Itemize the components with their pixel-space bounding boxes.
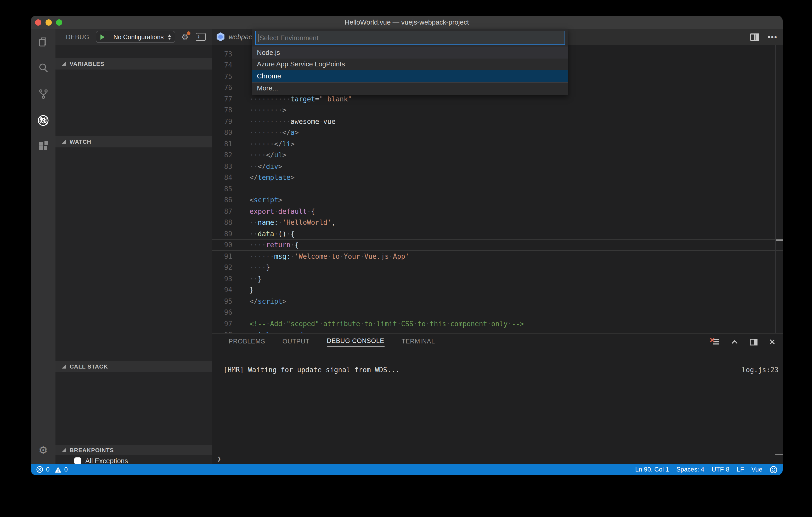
- line-number: 78: [212, 104, 232, 116]
- line-number: 84: [212, 172, 232, 183]
- settings-gear-icon[interactable]: ⚙: [31, 444, 55, 456]
- configure-gear-button[interactable]: ⚙: [181, 33, 188, 41]
- call-stack-section-header[interactable]: CALL STACK: [55, 361, 212, 372]
- code-line: 92····}: [212, 262, 783, 273]
- code-line: 95</script>: [212, 296, 783, 307]
- line-number: 91: [212, 251, 232, 262]
- text-cursor: [258, 34, 258, 42]
- code-line: 88··name:·'HelloWorld',: [212, 217, 783, 228]
- code-line: 81······</li>: [212, 138, 783, 150]
- panel-layout-icon[interactable]: [750, 338, 758, 345]
- code-line: 80········</a>: [212, 127, 783, 138]
- code-line: 93··}: [212, 273, 783, 284]
- debug-sidebar: DEBUG No Configurations ⚙ ❯ VARIABLES WA…: [55, 29, 212, 464]
- tab-debug-console[interactable]: DEBUG CONSOLE: [327, 337, 384, 346]
- quickpick-placeholder: Select Environment: [260, 34, 318, 42]
- editor-actions: •••: [750, 29, 778, 45]
- cursor-position[interactable]: Ln 90, Col 1: [635, 466, 669, 473]
- collapse-arrow-icon: [62, 448, 66, 452]
- line-number: 85: [212, 183, 232, 194]
- bottom-panel: PROBLEMS OUTPUT DEBUG CONSOLE TERMINAL: [212, 333, 783, 464]
- window-controls: [35, 19, 62, 25]
- launch-configuration-group: No Configurations: [95, 31, 175, 43]
- play-icon: [100, 34, 105, 39]
- search-icon[interactable]: [31, 55, 55, 81]
- configuration-spinner-icon[interactable]: [168, 34, 175, 39]
- close-panel-icon[interactable]: [769, 339, 775, 345]
- line-number: 92: [212, 262, 232, 273]
- maximize-panel-icon[interactable]: [731, 339, 738, 345]
- watch-section-header[interactable]: WATCH: [55, 136, 212, 147]
- explorer-icon[interactable]: [31, 29, 55, 55]
- code-line: 89··data·()·{: [212, 228, 783, 239]
- code-line: 91······msg:·'Welcome·to·Your·Vue.js·App…: [212, 251, 783, 262]
- more-actions-icon[interactable]: •••: [767, 34, 778, 39]
- warning-icon: [54, 466, 61, 473]
- minimize-window-button[interactable]: [46, 19, 52, 25]
- line-number: 75: [212, 71, 232, 82]
- variables-section-header[interactable]: VARIABLES: [55, 58, 212, 69]
- debug-icon[interactable]: [31, 107, 55, 133]
- tab-problems[interactable]: PROBLEMS: [229, 337, 265, 346]
- configuration-dropdown[interactable]: No Configurations: [109, 33, 168, 40]
- source-control-icon[interactable]: [31, 81, 55, 107]
- line-number: 86: [212, 194, 232, 206]
- code-line: 82····</ul>: [212, 150, 783, 161]
- line-number: 89: [212, 228, 232, 239]
- code-line: 90····return·{: [212, 239, 783, 251]
- line-number: 82: [212, 150, 232, 161]
- panel-tabs: PROBLEMS OUTPUT DEBUG CONSOLE TERMINAL: [229, 335, 435, 349]
- debug-console-output: [HMR] Waiting for update signal from WDS…: [224, 366, 779, 376]
- line-number: 96: [212, 307, 232, 318]
- debug-console-input[interactable]: ❯: [212, 453, 783, 464]
- indentation[interactable]: Spaces: 4: [676, 466, 704, 473]
- line-number: 94: [212, 284, 232, 296]
- quickpick-item-more[interactable]: More...: [252, 82, 568, 94]
- status-bar: 0 0 Ln 90, Col 1 Spaces: 4 UTF-8 LF Vue: [31, 464, 783, 475]
- feedback-smiley-icon[interactable]: [770, 465, 778, 473]
- close-window-button[interactable]: [35, 19, 41, 25]
- collapse-arrow-icon: [62, 62, 66, 66]
- line-number: 80: [212, 127, 232, 138]
- code-line: 96: [212, 307, 783, 318]
- code-line: 94}: [212, 284, 783, 296]
- overview-ruler-border: [775, 45, 776, 333]
- source-location-link[interactable]: log.js:23: [742, 366, 779, 374]
- collapse-arrow-icon: [62, 140, 66, 144]
- quickpick-item-chrome[interactable]: Chrome: [252, 70, 568, 82]
- language-mode[interactable]: Vue: [751, 466, 762, 473]
- zoom-window-button[interactable]: [56, 19, 62, 25]
- tab-output[interactable]: OUTPUT: [283, 337, 310, 346]
- panel-scrollbar-thumb[interactable]: [775, 454, 783, 455]
- error-icon: [36, 466, 44, 473]
- line-number: 77: [212, 93, 232, 104]
- eol-sequence[interactable]: LF: [737, 466, 744, 473]
- problems-status[interactable]: 0 0: [36, 466, 68, 473]
- line-number: 97: [212, 318, 232, 329]
- start-debugging-button[interactable]: [96, 31, 109, 42]
- line-number: 79: [212, 116, 232, 127]
- debug-console-toggle-button[interactable]: ❯: [196, 33, 206, 41]
- code-line: 79··········awesome-vue: [212, 116, 783, 127]
- status-right: Ln 90, Col 1 Spaces: 4 UTF-8 LF Vue: [635, 465, 778, 473]
- screen: HelloWorld.vue — vuejs-webpack-project ⚙: [0, 0, 812, 517]
- line-number: 72: [212, 45, 232, 48]
- quickpick-item-nodejs[interactable]: Node.js: [252, 47, 568, 58]
- line-number: 98: [212, 329, 232, 333]
- extensions-icon[interactable]: [31, 133, 55, 159]
- debug-toolbar: DEBUG No Configurations ⚙ ❯: [55, 29, 212, 45]
- breakpoints-section-header[interactable]: BREAKPOINTS: [55, 445, 212, 455]
- line-number: 95: [212, 296, 232, 307]
- line-number: 93: [212, 273, 232, 284]
- encoding[interactable]: UTF-8: [712, 466, 729, 473]
- line-number: 83: [212, 161, 232, 172]
- quickpick-item-azure-logpoints[interactable]: Azure App Service LogPoints: [252, 58, 568, 70]
- clear-console-icon[interactable]: [710, 338, 719, 346]
- split-editor-icon[interactable]: [750, 33, 759, 40]
- line-number: 81: [212, 138, 232, 150]
- code-line: 98<style·scoped>: [212, 329, 783, 333]
- warning-count: 0: [64, 466, 67, 473]
- tab-terminal[interactable]: TERMINAL: [402, 337, 435, 346]
- checkbox-unchecked[interactable]: [74, 457, 81, 464]
- quickpick-input[interactable]: Select Environment: [255, 31, 565, 45]
